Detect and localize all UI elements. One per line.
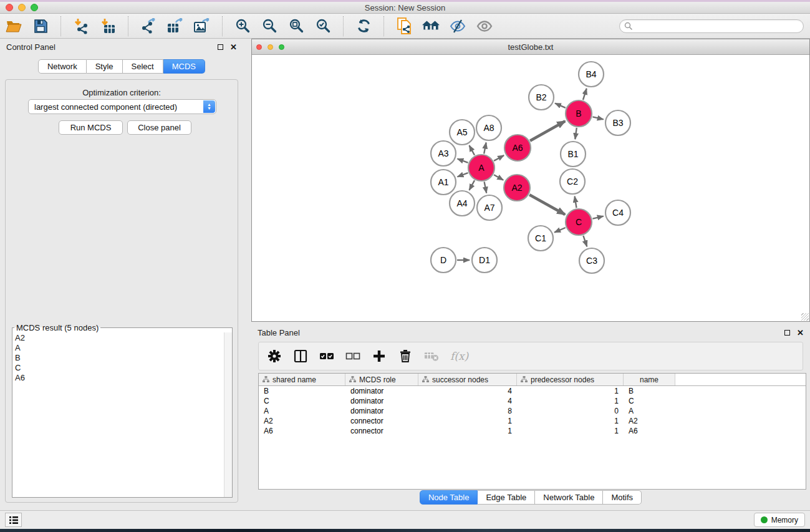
function-builder-icon[interactable]: f(x) [450,350,468,362]
graph-edge-C-C3[interactable] [583,236,587,247]
tab-select[interactable]: Select [123,59,163,74]
table-row[interactable]: Adominator80A [259,406,806,416]
table-row[interactable]: A6connector11A6 [259,426,806,436]
network-graph[interactable]: AA1A2A3A4A5A6A7A8BB1B2B3B4CC1C2C3C4DD1 [252,55,809,321]
float-panel-icon[interactable] [218,44,223,50]
export-table-icon[interactable] [166,17,184,35]
cell-MCDS-role[interactable]: dominator [345,407,418,415]
first-neighbors-houses-icon[interactable] [422,17,440,35]
zoom-in-icon[interactable] [234,17,251,35]
cell-name[interactable]: B [624,387,675,395]
cell-name[interactable]: A [624,407,675,415]
mcds-result-item[interactable]: C [15,363,232,373]
cell-name[interactable]: A6 [624,427,675,435]
table-settings-gear-icon[interactable] [267,349,282,364]
graph-edge-A-A7[interactable] [485,182,487,193]
tab-mcds[interactable]: MCDS [163,59,205,74]
graph-node-B3[interactable]: B3 [605,110,630,135]
cell-shared-name[interactable]: A6 [259,427,345,435]
cell-predecessor-nodes[interactable]: 1 [517,397,624,405]
refresh-icon[interactable] [355,17,372,35]
graph-node-D1[interactable]: D1 [472,248,497,273]
graph-node-B2[interactable]: B2 [529,85,554,110]
graph-node-B4[interactable]: B4 [579,62,604,87]
graph-node-C2[interactable]: C2 [560,169,585,194]
tab-style[interactable]: Style [87,59,123,74]
column-header-name[interactable]: name [624,374,675,385]
show-column-icon[interactable] [293,349,308,364]
cell-successor-nodes[interactable]: 4 [418,387,517,395]
graph-edge-B-B3[interactable] [592,117,603,119]
cell-successor-nodes[interactable]: 8 [418,407,517,415]
network-canvas[interactable]: AA1A2A3A4A5A6A7A8BB1B2B3B4CC1C2C3C4DD1 [252,55,809,321]
run-mcds-button[interactable]: Run MCDS [59,120,123,135]
zoom-out-icon[interactable] [261,17,278,35]
graph-edge-B-B4[interactable] [583,89,587,100]
mcds-result-item[interactable]: B [15,353,232,363]
new-network-from-selection-icon[interactable] [395,17,413,35]
graph-edge-C-C4[interactable] [592,216,603,219]
cell-successor-nodes[interactable]: 4 [418,397,517,405]
export-image-icon[interactable] [193,17,211,35]
graph-edge-A-A5[interactable] [470,145,475,155]
hide-selected-eye-icon[interactable] [449,17,466,35]
close-panel-icon[interactable]: ✕ [230,43,237,51]
open-session-icon[interactable] [5,17,22,35]
graph-edge-B-B2[interactable] [555,104,566,108]
graph-edge-C-C2[interactable] [575,196,577,208]
create-column-plus-icon[interactable] [372,349,387,364]
import-table-icon[interactable] [99,17,117,35]
cell-MCDS-role[interactable]: connector [345,427,418,435]
graph-edge-A-A1[interactable] [458,173,468,177]
cell-predecessor-nodes[interactable]: 0 [517,407,624,415]
tab-node-table[interactable]: Node Table [420,490,478,505]
cell-shared-name[interactable]: B [259,387,345,395]
graph-edge-C-C1[interactable] [554,228,566,233]
zoom-fit-icon[interactable] [287,17,305,35]
tab-network[interactable]: Network [38,59,87,74]
cell-MCDS-role[interactable]: dominator [345,387,418,395]
graph-edge-A-A3[interactable] [458,159,468,163]
cell-successor-nodes[interactable]: 1 [418,417,517,425]
column-header-successor-nodes[interactable]: successor nodes [418,374,517,385]
graph-node-C[interactable]: C [566,209,592,235]
cell-name[interactable]: C [624,397,675,405]
graph-edge-B-B1[interactable] [575,128,577,139]
zoom-selected-icon[interactable] [314,17,332,35]
delete-columns-trash-icon[interactable] [398,349,413,364]
graph-node-D[interactable]: D [431,248,456,273]
graph-node-C4[interactable]: C4 [605,200,630,225]
titlebar[interactable]: Session: New Session [0,2,810,14]
graph-node-C1[interactable]: C1 [528,226,553,251]
graph-node-A4[interactable]: A4 [450,191,475,216]
criterion-dropdown[interactable]: largest connected component (directed) ▲… [28,99,216,114]
deselect-all-icon[interactable] [345,349,360,364]
search-input[interactable] [619,19,804,33]
graph-node-A7[interactable]: A7 [477,195,502,220]
select-all-icon[interactable] [319,349,334,364]
column-header-shared-name[interactable]: shared name [259,374,345,385]
table-row[interactable]: A2connector11A2 [259,416,806,426]
import-network-icon[interactable] [72,17,90,35]
tab-motifs[interactable]: Motifs [603,490,642,505]
table-row[interactable]: Bdominator41B [259,386,806,396]
cell-shared-name[interactable]: A [259,407,345,415]
task-history-button[interactable] [5,513,22,527]
mcds-result-item[interactable]: A6 [15,373,232,383]
cell-shared-name[interactable]: C [259,397,345,405]
graph-edge-A-A2[interactable] [494,175,503,180]
graph-node-A[interactable]: A [468,155,494,181]
mcds-result-item[interactable]: A [15,343,232,353]
show-all-eye-icon[interactable] [476,17,493,35]
close-table-panel-icon[interactable]: ✕ [797,329,804,337]
export-network-icon[interactable] [140,17,157,35]
cell-MCDS-role[interactable]: dominator [345,397,418,405]
graph-edge-A6-B[interactable] [530,121,565,141]
column-header-predecessor-nodes[interactable]: predecessor nodes [517,374,624,385]
delete-table-icon[interactable] [424,349,439,364]
close-panel-button[interactable]: Close panel [127,120,191,135]
graph-node-A3[interactable]: A3 [431,141,456,166]
cell-predecessor-nodes[interactable]: 1 [517,427,624,435]
graph-node-A6[interactable]: A6 [504,135,531,161]
tab-network-table[interactable]: Network Table [535,490,603,505]
